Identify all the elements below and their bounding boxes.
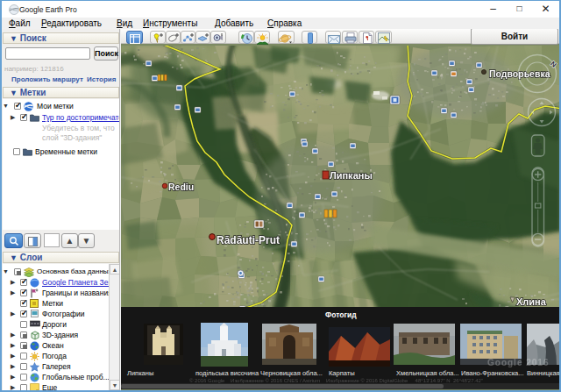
- svg-text:Хлина: Хлина: [516, 296, 547, 307]
- svg-text:Липканы: Липканы: [330, 170, 373, 181]
- svg-text:Подворьевка: Подворьевка: [489, 68, 550, 79]
- svg-text:Rădăuti-Prut: Rădăuti-Prut: [217, 234, 280, 246]
- svg-text:Rediu: Rediu: [168, 182, 194, 192]
